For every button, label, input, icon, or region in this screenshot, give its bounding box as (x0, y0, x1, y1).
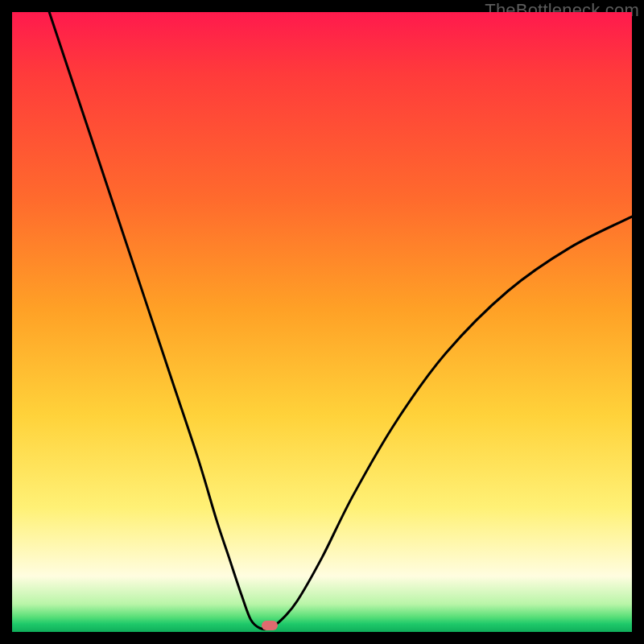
chart-frame (12, 12, 632, 632)
bottleneck-curve (12, 12, 632, 632)
minimum-marker (262, 621, 278, 630)
